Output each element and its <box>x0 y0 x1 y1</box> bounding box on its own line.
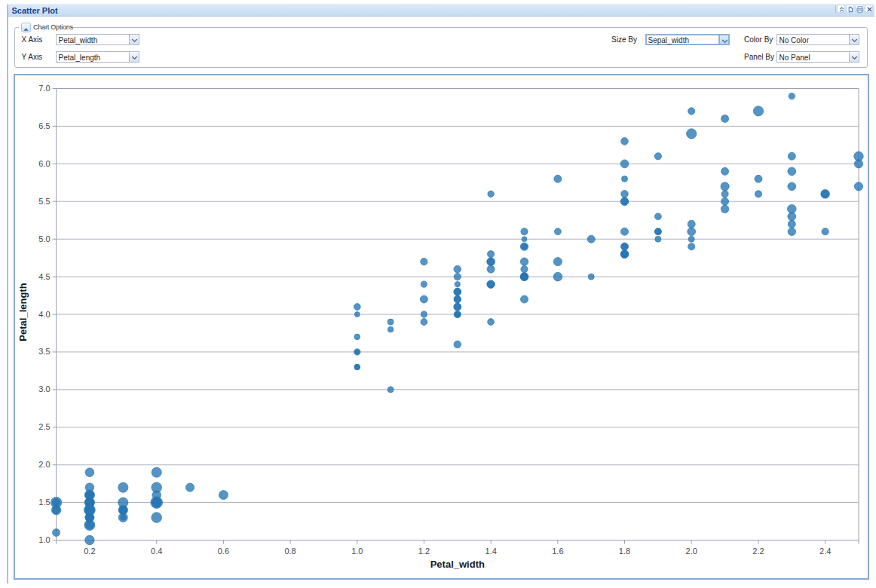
svg-text:Petal_width: Petal_width <box>430 559 485 570</box>
svg-text:4.0: 4.0 <box>38 310 50 319</box>
svg-text:5.0: 5.0 <box>38 234 50 243</box>
svg-text:1.4: 1.4 <box>485 547 497 556</box>
svg-text:1.2: 1.2 <box>418 547 430 556</box>
svg-text:0.8: 0.8 <box>284 547 296 556</box>
svg-text:1.0: 1.0 <box>38 535 50 544</box>
svg-text:2.0: 2.0 <box>38 460 50 469</box>
svg-text:1.5: 1.5 <box>38 498 50 507</box>
svg-text:0.6: 0.6 <box>218 547 229 556</box>
svg-text:2.2: 2.2 <box>752 547 764 556</box>
svg-text:3.0: 3.0 <box>38 384 50 394</box>
svg-text:7.0: 7.0 <box>38 84 50 93</box>
svg-text:2.4: 2.4 <box>819 547 831 556</box>
svg-text:1.8: 1.8 <box>619 547 630 556</box>
svg-text:4.5: 4.5 <box>38 272 50 281</box>
svg-text:2.0: 2.0 <box>686 547 697 556</box>
svg-text:2.5: 2.5 <box>38 422 50 431</box>
svg-text:1.0: 1.0 <box>351 547 363 556</box>
svg-text:0.2: 0.2 <box>84 547 95 556</box>
svg-text:6.0: 6.0 <box>38 159 50 168</box>
svg-text:6.5: 6.5 <box>38 121 50 130</box>
svg-text:Petal_length: Petal_length <box>17 283 29 341</box>
svg-text:3.5: 3.5 <box>38 347 50 356</box>
svg-text:1.6: 1.6 <box>552 547 563 556</box>
svg-text:5.5: 5.5 <box>38 197 50 206</box>
svg-text:0.4: 0.4 <box>151 547 162 556</box>
